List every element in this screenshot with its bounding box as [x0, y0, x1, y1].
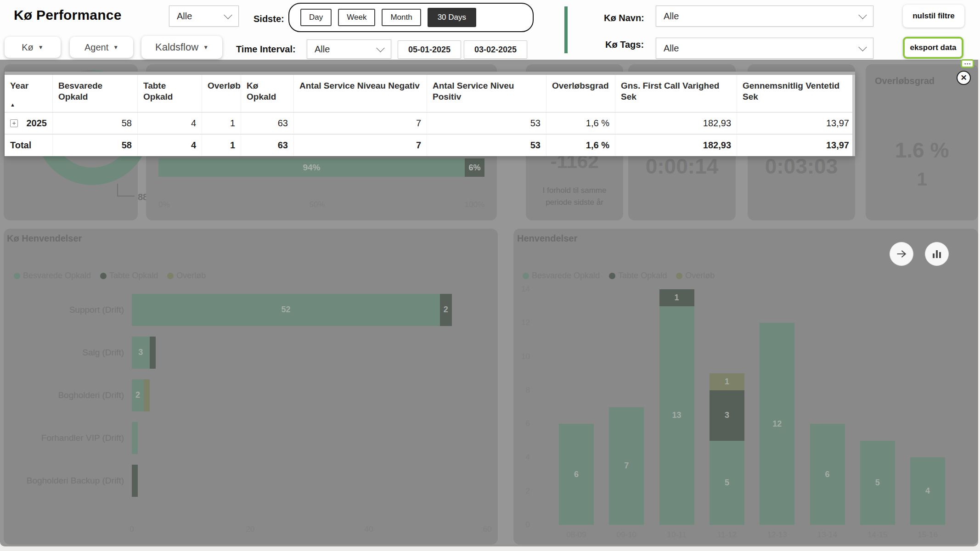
ko-navn-dropdown[interactable]: Alle [656, 6, 873, 27]
slicer-kaldsflow[interactable]: Kaldsflow ▼ [141, 36, 222, 59]
legend-item[interactable]: Besvarede Opkald [14, 271, 91, 281]
caret-down-icon: ▼ [203, 44, 208, 51]
delta-subtitle-line2: periode sidste år [526, 197, 623, 208]
service-positive-segment[interactable]: 94% [158, 158, 465, 177]
vbar-segment[interactable]: 6 [559, 424, 594, 525]
bar-value-label: 13 [672, 410, 681, 420]
table-header-cell[interactable]: Gns. First Call Varighed Sek [615, 75, 737, 112]
dropdown-value: Alle [315, 44, 330, 55]
table-cell: 53 [427, 112, 546, 134]
slicer-ko[interactable]: Kø ▼ [5, 37, 61, 58]
legend-dot [14, 273, 20, 279]
service-negative-segment[interactable]: 6% [465, 158, 484, 177]
caret-down-icon: ▼ [38, 44, 44, 51]
more-options-button[interactable]: ⋯ [961, 59, 974, 68]
hbar-segment[interactable]: 2 [440, 294, 452, 326]
vbar-segment[interactable]: 5 [710, 441, 744, 525]
table-header-cell[interactable]: Kø Opkald [241, 75, 294, 112]
chart-type-button[interactable] [925, 242, 949, 266]
vbar-segment[interactable]: 5 [860, 441, 895, 525]
table-header-cell[interactable]: Gennemsnitlig Ventetid Sek [737, 75, 855, 112]
vbar-segment[interactable]: 13 [659, 306, 694, 525]
chevron-down-icon [224, 11, 232, 19]
date-to-field[interactable]: 03-02-2025 [464, 40, 527, 59]
hbar-segment[interactable]: 52 [132, 294, 440, 326]
row-label: 2025 [27, 118, 47, 129]
expand-plus-icon[interactable]: + [10, 119, 18, 127]
table-scrollbar[interactable] [852, 75, 855, 156]
drill-arrow-button[interactable] [890, 242, 913, 266]
legend-item[interactable]: Overløb [167, 271, 206, 281]
category-label: Salg (Drift) [4, 348, 124, 358]
slicer-agent[interactable]: Agent ▼ [70, 37, 133, 58]
hbar-segment[interactable] [132, 465, 138, 497]
legend-label: Tabte Opkald [109, 271, 158, 281]
x-axis-label: 08-09 [566, 530, 586, 540]
hchart-title: Kø Henvendelser [7, 233, 82, 244]
table-header-cell[interactable]: Antal Service Niveau Negativ [294, 75, 427, 112]
hbar[interactable]: 522 [132, 294, 452, 326]
row-header-cell[interactable]: Total [5, 135, 53, 156]
table-cell: 1 [202, 112, 241, 134]
period-button-week[interactable]: Week [338, 9, 375, 26]
vbar-segment[interactable]: 3 [710, 390, 744, 441]
export-data-button[interactable]: eksport data [903, 37, 963, 59]
global-filter-dropdown[interactable]: Alle [169, 6, 239, 27]
hbar-segment[interactable] [132, 422, 138, 454]
hbar[interactable]: 2 [132, 379, 150, 411]
row-header-cell[interactable]: +2025 [5, 112, 53, 134]
table-header-cell[interactable]: Overløb [202, 75, 241, 112]
y-axis-tick: 4 [513, 453, 530, 462]
hbar[interactable] [132, 422, 138, 454]
hchart-legend: Besvarede OpkaldTabte OpkaldOverløb [14, 271, 206, 281]
bar-value-label: 6 [825, 470, 829, 479]
vbar-segment[interactable]: 1 [659, 289, 694, 306]
column-header-label: Year [10, 80, 47, 91]
vbar-segment[interactable]: 12 [760, 323, 794, 525]
table-header-cell[interactable]: Besvarede Opkald [53, 75, 138, 112]
y-axis-tick: 14 [513, 285, 530, 294]
vbar-segment[interactable]: 1 [710, 373, 744, 390]
donut-callout-line [117, 184, 135, 197]
table-total-row[interactable]: Total5841637531,6 %182,9313,97 [5, 134, 855, 156]
hbar-segment[interactable]: 3 [132, 337, 150, 369]
hbar-row: Salg (Drift)3 [4, 331, 498, 374]
table-cell: 1 [202, 135, 241, 156]
hbar-segment[interactable] [150, 337, 156, 369]
hbar[interactable]: 3 [132, 337, 156, 369]
summary-table-popup: Year▲Besvarede OpkaldTabte OpkaldOverløb… [5, 72, 855, 156]
close-focus-button[interactable]: ✕ [957, 71, 971, 85]
table-header-cell[interactable]: Tabte Opkald [138, 75, 202, 112]
ko-tags-dropdown[interactable]: Alle [656, 38, 873, 59]
slicer-label: Kø [22, 42, 34, 53]
vbar-segment[interactable]: 7 [609, 407, 644, 525]
period-button-day[interactable]: Day [300, 9, 332, 26]
reset-filters-button[interactable]: nulstil filtre [903, 5, 964, 28]
legend-item[interactable]: Tabte Opkald [100, 271, 158, 281]
vbar-segment[interactable]: 6 [810, 424, 845, 525]
hbar-segment[interactable]: 2 [132, 379, 144, 411]
table-cell: 1,6 % [546, 112, 615, 134]
axis-tick: 50% [310, 200, 325, 209]
date-from-field[interactable]: 05-01-2025 [398, 40, 461, 59]
bar-value-label: 6 [574, 470, 579, 479]
table-header-cell[interactable]: Antal Service Niveu Positiv [427, 75, 546, 112]
time-interval-dropdown[interactable]: Alle [307, 39, 391, 59]
vbar-segment[interactable]: 4 [910, 457, 945, 525]
hbar[interactable] [132, 465, 138, 497]
arrow-right-icon [896, 248, 907, 260]
hbar-segment[interactable] [144, 379, 150, 411]
category-label: Bogholderi (Drift) [4, 390, 124, 400]
table-top-strip[interactable] [5, 72, 855, 75]
period-button-month[interactable]: Month [382, 9, 421, 26]
table-row[interactable]: +20255841637531,6 %182,9313,97 [5, 112, 855, 134]
bar-value-label: 2 [444, 305, 448, 315]
hbar-row: Forhandler VIP (Drift) [4, 416, 498, 459]
table-cell: 7 [294, 135, 427, 156]
service-level-bar[interactable]: 94% 6% [158, 158, 484, 177]
table-header-cell[interactable]: Overløbsgrad [546, 75, 615, 112]
overflow-count: 1 [866, 169, 978, 190]
bar-value-label: 3 [138, 348, 143, 357]
period-button-30days[interactable]: 30 Days [428, 8, 476, 27]
table-header-cell[interactable]: Year▲ [5, 75, 53, 112]
